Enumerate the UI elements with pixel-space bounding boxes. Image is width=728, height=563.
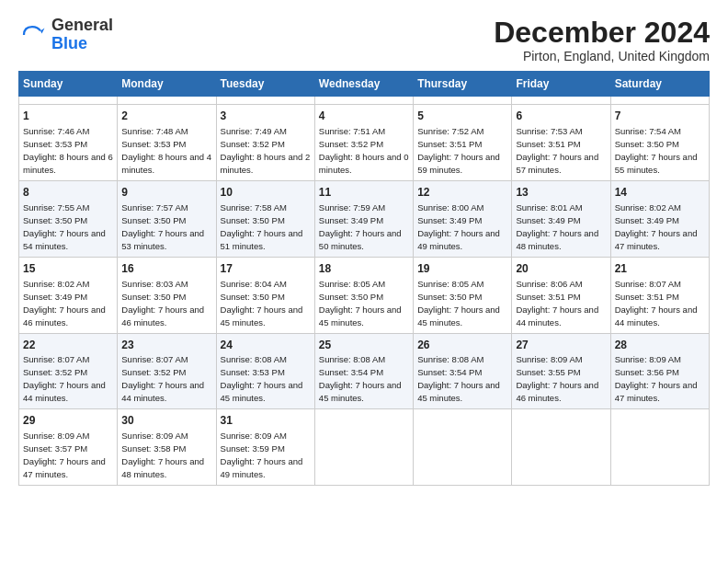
day-info: Sunrise: 8:05 AMSunset: 3:50 PMDaylight:… <box>319 279 402 327</box>
day-number: 28 <box>615 338 705 353</box>
day-info: Sunrise: 8:02 AMSunset: 3:49 PMDaylight:… <box>615 202 698 251</box>
table-cell: 5Sunrise: 7:52 AMSunset: 3:51 PMDaylight… <box>414 105 512 181</box>
table-cell: 25Sunrise: 8:08 AMSunset: 3:54 PMDayligh… <box>314 333 413 409</box>
table-cell: 30Sunrise: 8:09 AMSunset: 3:58 PMDayligh… <box>118 409 216 486</box>
day-info: Sunrise: 8:09 AMSunset: 3:56 PMDaylight:… <box>615 354 698 403</box>
table-cell <box>610 409 709 486</box>
table-cell: 28Sunrise: 8:09 AMSunset: 3:56 PMDayligh… <box>610 333 709 409</box>
table-cell: 10Sunrise: 7:58 AMSunset: 3:50 PMDayligh… <box>216 180 314 257</box>
col-tuesday: Tuesday <box>216 72 314 97</box>
page-container: General Blue December 2024 Pirton, Engla… <box>0 0 728 495</box>
day-number: 20 <box>516 261 606 277</box>
day-number: 24 <box>221 338 311 353</box>
day-info: Sunrise: 8:08 AMSunset: 3:53 PMDaylight:… <box>221 354 303 403</box>
table-cell: 11Sunrise: 7:59 AMSunset: 3:49 PMDayligh… <box>314 180 413 257</box>
calendar-row: 8Sunrise: 7:55 AMSunset: 3:50 PMDaylight… <box>19 180 710 257</box>
table-cell <box>414 97 512 105</box>
col-wednesday: Wednesday <box>314 72 413 97</box>
table-cell <box>512 409 610 486</box>
table-cell <box>216 97 314 105</box>
day-info: Sunrise: 8:03 AMSunset: 3:50 PMDaylight:… <box>121 279 204 327</box>
day-number: 9 <box>121 185 211 201</box>
day-info: Sunrise: 7:49 AMSunset: 3:52 PMDaylight:… <box>221 126 311 175</box>
col-friday: Friday <box>512 72 610 97</box>
calendar-row: 22Sunrise: 8:07 AMSunset: 3:52 PMDayligh… <box>19 333 710 409</box>
calendar-row <box>19 97 710 105</box>
logo-icon <box>18 21 46 49</box>
day-number: 21 <box>615 261 705 277</box>
day-info: Sunrise: 8:04 AMSunset: 3:50 PMDaylight:… <box>221 279 303 327</box>
calendar-row: 1Sunrise: 7:46 AMSunset: 3:53 PMDaylight… <box>19 105 710 181</box>
day-number: 6 <box>516 109 606 124</box>
table-cell: 4Sunrise: 7:51 AMSunset: 3:52 PMDaylight… <box>314 105 413 181</box>
table-cell: 1Sunrise: 7:46 AMSunset: 3:53 PMDaylight… <box>19 105 118 181</box>
table-cell <box>512 97 610 105</box>
table-cell: 24Sunrise: 8:08 AMSunset: 3:53 PMDayligh… <box>216 333 314 409</box>
day-number: 26 <box>417 338 507 353</box>
day-number: 15 <box>23 261 113 277</box>
title-section: December 2024 Pirton, England, United Ki… <box>494 17 710 63</box>
table-cell: 19Sunrise: 8:05 AMSunset: 3:50 PMDayligh… <box>414 257 512 333</box>
logo: General Blue <box>18 17 113 53</box>
day-info: Sunrise: 8:05 AMSunset: 3:50 PMDaylight:… <box>417 279 500 327</box>
month-title: December 2024 <box>494 17 710 49</box>
table-cell: 26Sunrise: 8:08 AMSunset: 3:54 PMDayligh… <box>414 333 512 409</box>
day-info: Sunrise: 8:01 AMSunset: 3:49 PMDaylight:… <box>516 202 598 251</box>
day-number: 1 <box>23 109 113 124</box>
table-cell: 16Sunrise: 8:03 AMSunset: 3:50 PMDayligh… <box>118 257 216 333</box>
day-number: 14 <box>615 185 705 201</box>
day-number: 10 <box>221 185 311 201</box>
table-cell <box>414 409 512 486</box>
day-number: 30 <box>121 413 211 429</box>
day-info: Sunrise: 7:57 AMSunset: 3:50 PMDaylight:… <box>121 202 204 251</box>
day-info: Sunrise: 8:07 AMSunset: 3:52 PMDaylight:… <box>121 354 204 403</box>
table-cell: 21Sunrise: 8:07 AMSunset: 3:51 PMDayligh… <box>610 257 709 333</box>
day-info: Sunrise: 7:51 AMSunset: 3:52 PMDaylight:… <box>319 126 409 175</box>
header-row: Sunday Monday Tuesday Wednesday Thursday… <box>19 72 710 97</box>
location: Pirton, England, United Kingdom <box>494 49 710 63</box>
day-number: 22 <box>23 338 113 353</box>
day-info: Sunrise: 7:59 AMSunset: 3:49 PMDaylight:… <box>319 202 402 251</box>
col-monday: Monday <box>118 72 216 97</box>
day-number: 18 <box>319 261 409 277</box>
table-cell <box>314 409 413 486</box>
day-info: Sunrise: 8:07 AMSunset: 3:51 PMDaylight:… <box>615 279 698 327</box>
table-cell: 15Sunrise: 8:02 AMSunset: 3:49 PMDayligh… <box>19 257 118 333</box>
day-number: 2 <box>121 109 211 124</box>
day-info: Sunrise: 7:58 AMSunset: 3:50 PMDaylight:… <box>221 202 303 251</box>
table-cell: 29Sunrise: 8:09 AMSunset: 3:57 PMDayligh… <box>19 409 118 486</box>
day-info: Sunrise: 8:08 AMSunset: 3:54 PMDaylight:… <box>417 354 500 403</box>
table-cell: 13Sunrise: 8:01 AMSunset: 3:49 PMDayligh… <box>512 180 610 257</box>
table-cell: 7Sunrise: 7:54 AMSunset: 3:50 PMDaylight… <box>610 105 709 181</box>
calendar-body: 1Sunrise: 7:46 AMSunset: 3:53 PMDaylight… <box>19 97 710 486</box>
day-number: 23 <box>121 338 211 353</box>
table-cell: 3Sunrise: 7:49 AMSunset: 3:52 PMDaylight… <box>216 105 314 181</box>
day-number: 29 <box>23 413 113 429</box>
table-cell <box>118 97 216 105</box>
table-cell: 8Sunrise: 7:55 AMSunset: 3:50 PMDaylight… <box>19 180 118 257</box>
table-cell: 6Sunrise: 7:53 AMSunset: 3:51 PMDaylight… <box>512 105 610 181</box>
day-info: Sunrise: 7:55 AMSunset: 3:50 PMDaylight:… <box>23 202 106 251</box>
day-number: 27 <box>516 338 606 353</box>
day-info: Sunrise: 7:53 AMSunset: 3:51 PMDaylight:… <box>516 126 598 175</box>
day-number: 17 <box>221 261 311 277</box>
table-cell <box>610 97 709 105</box>
table-cell: 27Sunrise: 8:09 AMSunset: 3:55 PMDayligh… <box>512 333 610 409</box>
day-number: 12 <box>417 185 507 201</box>
day-number: 7 <box>615 109 705 124</box>
table-cell: 17Sunrise: 8:04 AMSunset: 3:50 PMDayligh… <box>216 257 314 333</box>
day-number: 4 <box>319 109 409 124</box>
day-info: Sunrise: 8:02 AMSunset: 3:49 PMDaylight:… <box>23 279 106 327</box>
table-cell <box>19 97 118 105</box>
day-info: Sunrise: 8:00 AMSunset: 3:49 PMDaylight:… <box>417 202 500 251</box>
day-number: 16 <box>121 261 211 277</box>
col-saturday: Saturday <box>610 72 709 97</box>
table-cell: 18Sunrise: 8:05 AMSunset: 3:50 PMDayligh… <box>314 257 413 333</box>
day-info: Sunrise: 7:52 AMSunset: 3:51 PMDaylight:… <box>417 126 500 175</box>
day-number: 31 <box>221 413 311 429</box>
day-number: 11 <box>319 185 409 201</box>
table-cell <box>314 97 413 105</box>
day-info: Sunrise: 8:06 AMSunset: 3:51 PMDaylight:… <box>516 279 598 327</box>
day-number: 19 <box>417 261 507 277</box>
logo-text: General Blue <box>51 17 113 53</box>
